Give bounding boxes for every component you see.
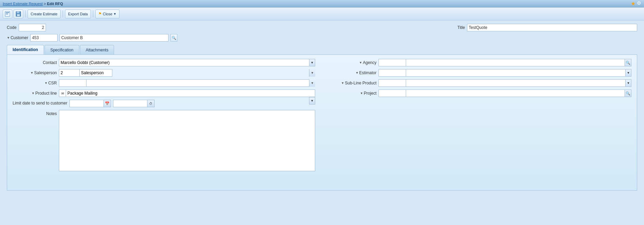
estimator-arrow-icon: ▼ (355, 71, 358, 75)
csr-label-wrap[interactable]: ▼ CSR (13, 81, 57, 85)
csr-code-input[interactable] (59, 79, 86, 87)
project-arrow-icon: ▼ (360, 92, 363, 95)
create-estimate-label: Create Estimate (31, 12, 58, 16)
toolbar: Create Estimate Export Data ⚑ Close ▼ (0, 7, 644, 20)
agency-arrow-icon: ▼ (359, 61, 362, 64)
calendar-icon[interactable]: 📅 (103, 100, 111, 107)
salesperson-select-arrow-icon: ▼ (309, 69, 315, 77)
close-label: Close (103, 12, 112, 16)
main-content: Code Title ▼ Customer 🔍 Identification S… (0, 20, 644, 194)
clock-icon[interactable]: ⏱ (147, 100, 155, 107)
code-input[interactable] (19, 24, 46, 31)
breadcrumb-link[interactable]: Insert Estimate Request (3, 2, 43, 6)
svg-rect-2 (6, 14, 8, 14)
create-estimate-button[interactable]: Create Estimate (28, 10, 61, 18)
product-line-label: Product line (35, 91, 57, 96)
csr-row: ▼ CSR ▼ (13, 79, 315, 87)
customer-label-wrap[interactable]: ▼ Customer (7, 35, 28, 40)
date-group: 📅 ⏱ (69, 100, 315, 107)
csr-select-wrap: ▼ (86, 79, 315, 87)
product-line-arrow-icon: ▼ (32, 92, 35, 95)
customer-name-input[interactable] (60, 34, 168, 42)
estimator-dropdown-button[interactable]: ▼ (625, 69, 631, 77)
date-input[interactable] (69, 100, 103, 107)
customer-row: ▼ Customer 🔍 (7, 34, 637, 42)
salesperson-code-input[interactable] (59, 69, 79, 77)
tab-identification-label: Identification (13, 47, 38, 52)
project-name-input[interactable] (406, 90, 625, 97)
csr-arrow-icon: ▼ (45, 81, 48, 85)
export-data-button[interactable]: Export Data (65, 10, 91, 18)
project-search-button[interactable]: 🔍 (625, 90, 631, 97)
estimator-label-wrap[interactable]: ▼ Estimator (329, 70, 376, 75)
top-right-icons: ★ ⚙ (631, 0, 641, 7)
sub-line-code-input[interactable] (379, 79, 406, 87)
flag-icon: ⚑ (98, 12, 102, 16)
limit-date-row: Limit date to send to customer 📅 ⏱ (13, 100, 315, 107)
settings-icon[interactable]: ⚙ (637, 0, 641, 7)
title-input[interactable] (467, 24, 637, 31)
email-icon: ✉ (61, 92, 64, 95)
product-line-label-wrap[interactable]: ▼ Product line (13, 91, 57, 96)
agency-row: ▼ Agency 🔍 (329, 59, 631, 66)
tab-specification[interactable]: Specification (45, 45, 79, 54)
agency-input-group: 🔍 (379, 59, 631, 66)
time-input[interactable] (113, 100, 147, 107)
estimator-code-input[interactable] (379, 69, 406, 77)
agency-search-button[interactable]: 🔍 (625, 59, 631, 66)
save-button[interactable] (14, 10, 23, 18)
agency-label-wrap[interactable]: ▼ Agency (329, 60, 376, 65)
save-icon (16, 11, 21, 17)
salesperson-select-wrap: Salesperson ▼ (79, 69, 315, 77)
agency-label: Agency (363, 60, 376, 65)
customer-label: Customer (11, 35, 28, 40)
export-data-label: Export Data (68, 12, 88, 16)
agency-name-input[interactable] (406, 59, 625, 66)
sub-line-label-wrap[interactable]: ▼ Sub-Line Product (329, 81, 376, 85)
star-icon[interactable]: ★ (631, 0, 635, 7)
product-line-select[interactable]: Package Mailing (66, 90, 315, 97)
estimator-name-input[interactable] (406, 69, 625, 77)
contact-dropdown-button[interactable]: ▼ (309, 59, 315, 66)
sub-line-dropdown-button[interactable]: ▼ (625, 79, 631, 87)
notes-row: Notes (13, 110, 315, 171)
project-code-input[interactable] (379, 90, 406, 97)
salesperson-arrow-icon: ▼ (30, 71, 33, 75)
close-button[interactable]: ⚑ Close ▼ (95, 10, 119, 18)
estimator-input-group: ▼ (379, 69, 631, 77)
agency-code-input[interactable] (379, 59, 406, 66)
csr-select[interactable] (86, 79, 315, 87)
notes-textarea[interactable] (59, 110, 315, 171)
breadcrumb: Insert Estimate Request > Edit RFQ (3, 2, 63, 6)
form-panel: Contact ▼ ▼ Salesperson (7, 54, 637, 191)
estimator-row: ▼ Estimator ▼ (329, 69, 631, 77)
product-line-arrow-btn[interactable]: ▼ (309, 97, 315, 105)
estimator-label: Estimator (359, 70, 376, 75)
sub-line-product-row: ▼ Sub-Line Product ▼ (329, 79, 631, 87)
project-input-group: 🔍 (379, 90, 631, 97)
csr-label: CSR (48, 81, 57, 85)
customer-code-input[interactable] (30, 34, 58, 42)
product-line-input-group: ✉ Package Mailing ▼ (59, 90, 315, 97)
customer-search-button[interactable]: 🔍 (171, 34, 177, 42)
contact-input-group: ▼ (59, 59, 315, 66)
new-icon (5, 11, 10, 17)
tab-specification-label: Specification (50, 48, 74, 52)
contact-input[interactable] (59, 59, 309, 66)
limit-date-label: Limit date to send to customer (13, 101, 67, 106)
tab-identification[interactable]: Identification (7, 45, 44, 54)
close-dropdown-icon[interactable]: ▼ (113, 12, 116, 16)
salesperson-select[interactable]: Salesperson (79, 69, 112, 77)
project-label-wrap[interactable]: ▼ Project (329, 91, 376, 96)
contact-row: Contact ▼ (13, 59, 315, 66)
salesperson-row: ▼ Salesperson Salesperson ▼ (13, 69, 315, 77)
tab-attachments[interactable]: Attachments (80, 45, 114, 54)
customer-field-group: ▼ Customer 🔍 (7, 34, 177, 42)
new-button[interactable] (3, 10, 12, 18)
salesperson-label-wrap[interactable]: ▼ Salesperson (13, 70, 57, 75)
tab-attachments-label: Attachments (86, 48, 109, 52)
product-line-row: ▼ Product line ✉ Package Mailing ▼ (13, 90, 315, 97)
sub-line-name-input[interactable] (406, 79, 625, 87)
salesperson-input-group: Salesperson ▼ (59, 69, 315, 77)
contact-label: Contact (13, 60, 57, 65)
